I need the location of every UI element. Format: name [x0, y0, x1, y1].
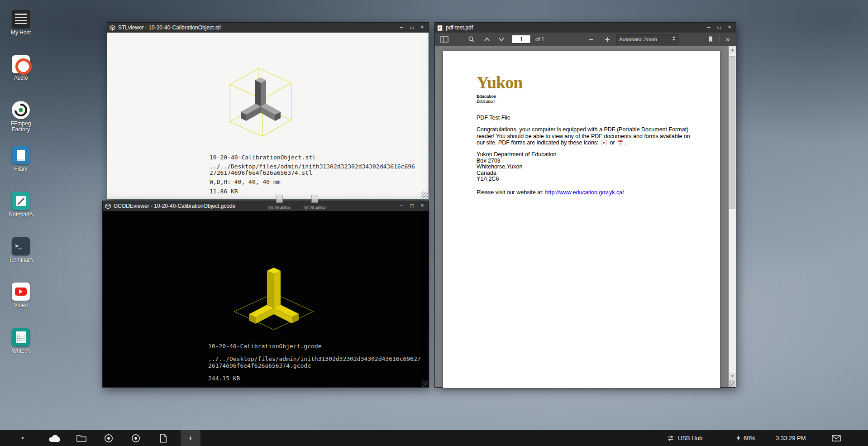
stl-window-titlebar[interactable]: STLviewer - 10-20-40-CalibrationObject.s… [107, 23, 429, 33]
desktop-icon-label: TerminalA [3, 257, 39, 263]
desktop-icon-video[interactable]: Video [3, 283, 39, 308]
pdf-page: Yukon Education Éducation PDF Test File … [443, 51, 720, 388]
desktop-icon-label: Filary [3, 166, 39, 172]
terminal-prompt-glyph: >_ [15, 242, 22, 249]
hidden-file-icon[interactable]: 10-20-40Ca [302, 195, 327, 211]
battery-tray-item[interactable]: 60% [736, 430, 755, 446]
gcode-file-size: 244.15 KB [208, 375, 240, 382]
bookmark-button[interactable] [705, 34, 716, 44]
stl-path-line1: ../../Desktop/files/admin/inith31302d323… [210, 163, 415, 170]
gcode-path-line2: 26174696f6e4f626a656374.gcode [208, 362, 311, 369]
document-paragraph: Congratulations, your computer is equipp… [477, 126, 690, 147]
desktop-icon-label: NotepadA [3, 212, 39, 218]
minimize-button[interactable]: – [397, 24, 405, 32]
acrobat-icon [601, 140, 607, 147]
minimize-button[interactable]: – [705, 24, 713, 32]
scrollbar-thumb[interactable] [730, 56, 735, 209]
desktop-icon-label: Audio [3, 75, 39, 81]
gcode-3d-model [229, 264, 319, 332]
hidden-file-icon[interactable]: 10-20-40Ca [267, 195, 291, 211]
clock-label: 3:33:29 PM [776, 435, 806, 441]
resize-grip[interactable] [729, 380, 735, 387]
address-line: Y1A 2C6 [477, 176, 557, 182]
zoom-out-button[interactable] [585, 34, 597, 44]
window-title: pdf-test.pdf [446, 24, 702, 31]
address-line: Yukon Department of Education [477, 152, 557, 158]
taskbar-collapse-button[interactable]: ▾ [17, 430, 28, 446]
stl-viewer-window: STLviewer - 10-20-40-CalibrationObject.s… [107, 22, 429, 199]
usb-hub-tray-item[interactable]: USB Hub [666, 430, 702, 446]
toolbar-separator [599, 36, 599, 43]
gcode-viewer-window: GCODEviewer - 10-20-40-CalibrationObject… [102, 201, 429, 388]
toolbar-separator [719, 36, 720, 43]
sidebar-toggle-button[interactable] [439, 34, 450, 44]
previous-page-button[interactable] [481, 34, 493, 44]
maximize-button[interactable]: □ [715, 24, 723, 32]
taskbar-pdf-button[interactable] [153, 430, 173, 446]
paragraph-text: or [610, 139, 615, 146]
desktop-icon-label: My Host [3, 30, 39, 36]
video-icon [12, 283, 30, 301]
desktop-icon-my-host[interactable]: My Host [3, 10, 39, 36]
taskbar-cloud-button[interactable] [44, 430, 64, 446]
maximize-button[interactable]: □ [408, 24, 416, 32]
paragraph-line: reader! You should be able to view any o… [477, 133, 690, 140]
next-page-button[interactable] [496, 34, 507, 44]
gcode-window-titlebar[interactable]: GCODEviewer - 10-20-40-CalibrationObject… [103, 201, 429, 211]
clock: 3:33:29 PM [776, 430, 806, 446]
pdf-content-area: Yukon Education Éducation PDF Test File … [435, 46, 736, 387]
desktop-icon-filary[interactable]: Filary [3, 146, 39, 172]
stl-filename: 10-20-40-CalibrationObject.stl [210, 154, 316, 161]
taskbar-new-button[interactable]: + [181, 430, 200, 446]
app-circle-icon [131, 434, 140, 443]
close-button[interactable]: × [418, 24, 426, 32]
desktop-icon-terminala[interactable]: >_ TerminalA [3, 237, 39, 263]
resize-grip[interactable] [421, 192, 428, 198]
app-circle-icon [104, 434, 113, 443]
gcode-viewport[interactable]: 10-20-40-CalibrationObject.gcode ../../D… [103, 211, 429, 387]
usb-hub-label: USB Hub [678, 435, 702, 441]
stl-file-size: 11.86 KB [210, 188, 238, 195]
page-number-input[interactable] [512, 35, 531, 43]
taskbar-gcodeviewer-button[interactable] [126, 430, 146, 446]
taskbar-file-manager-button[interactable] [72, 430, 91, 446]
desktop-icon-writera[interactable]: WriterA [3, 328, 39, 354]
address-line: Box 2703 [477, 158, 557, 164]
cube-icon [110, 25, 115, 31]
pdf-scrollbar[interactable]: ▲ ▼ [729, 46, 736, 387]
pdf-window-titlebar[interactable]: pdf-test.pdf – □ × [435, 23, 736, 33]
minimize-button[interactable]: – [397, 202, 405, 210]
desktop-icon-ffmpeg-factory[interactable]: FFmpeg Factory [3, 101, 39, 133]
pdf-toolbar: of 1 Automatic Zoom » [435, 33, 736, 46]
close-button[interactable]: × [418, 202, 426, 210]
filary-icon [12, 146, 30, 164]
stl-dimensions: W,D,H: 40, 40, 40 mm [210, 178, 281, 185]
power-bolt-icon [736, 435, 741, 441]
gcode-filename: 10-20-40-CalibrationObject.gcode [208, 343, 321, 350]
scroll-up-arrow[interactable]: ▲ [729, 46, 736, 53]
zoom-in-button[interactable] [601, 34, 613, 44]
stl-viewport[interactable]: 10-20-40-CalibrationObject.stl ../../Des… [107, 33, 429, 199]
desktop-icon-audio[interactable]: Audio [3, 55, 39, 81]
mail-tray-item[interactable] [832, 430, 841, 446]
search-button[interactable] [466, 34, 477, 44]
scroll-down-arrow[interactable]: ▼ [729, 373, 736, 380]
desktop-icon-label: Video [3, 302, 39, 308]
logo-subtitle-education-fr: Éducation [477, 99, 495, 104]
folder-icon [76, 434, 86, 442]
secondary-toolbar-button[interactable]: » [722, 34, 734, 44]
website-link[interactable]: http://www.education.gov.yk.ca/ [545, 189, 624, 196]
desktop-icon-notepada[interactable]: NotepadA [3, 192, 39, 218]
pdf-form-icon [618, 140, 623, 147]
desktop-wallpaper: My Host Audio FFmpeg Factory Filary Note… [0, 0, 868, 446]
maximize-button[interactable]: □ [408, 202, 416, 210]
zoom-select[interactable]: Automatic Zoom [616, 34, 679, 44]
envelope-icon [832, 435, 841, 441]
taskbar-stlviewer-button[interactable] [99, 430, 119, 446]
select-arrows-icon [672, 35, 676, 43]
ffmpeg-factory-icon [12, 101, 30, 119]
paragraph-line: Congratulations, your computer is equipp… [477, 126, 690, 133]
file-page-icon [276, 195, 283, 203]
close-button[interactable]: × [725, 24, 734, 32]
resize-grip[interactable] [421, 380, 428, 387]
